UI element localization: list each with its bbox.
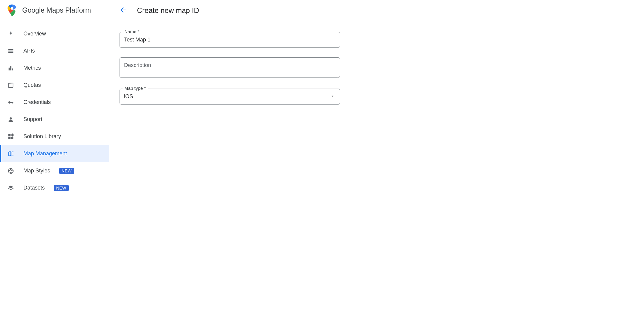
svg-rect-4 xyxy=(8,52,14,53)
sidebar-item-datasets[interactable]: Datasets NEW xyxy=(0,179,109,196)
sidebar-item-label: Datasets xyxy=(23,185,45,191)
sidebar-header: Google Maps Platform xyxy=(0,0,109,21)
sidebar-item-label: Map Management xyxy=(23,150,67,157)
svg-rect-5 xyxy=(9,68,10,70)
overview-icon xyxy=(7,30,14,38)
sidebar-item-label: Credentials xyxy=(23,99,51,105)
map-icon xyxy=(7,150,14,157)
metrics-icon xyxy=(7,65,14,72)
svg-rect-14 xyxy=(8,137,11,139)
svg-rect-2 xyxy=(8,49,14,50)
page-title: Create new map ID xyxy=(137,6,199,15)
product-title: Google Maps Platform xyxy=(22,6,91,14)
svg-rect-6 xyxy=(10,66,11,70)
description-input[interactable] xyxy=(120,57,340,78)
sidebar-item-metrics[interactable]: Metrics xyxy=(0,59,109,77)
sidebar-nav: Overview APIs Metrics Quotas xyxy=(0,21,109,196)
sidebar-item-quotas[interactable]: Quotas xyxy=(0,77,109,94)
map-type-select[interactable]: iOS xyxy=(120,89,340,105)
widgets-icon xyxy=(7,133,14,140)
new-badge: NEW xyxy=(59,168,74,174)
sidebar-item-label: Overview xyxy=(23,31,46,37)
map-type-label: Map type * xyxy=(123,86,148,91)
svg-rect-3 xyxy=(8,50,14,51)
sidebar-item-label: Solution Library xyxy=(23,133,61,140)
sidebar-item-overview[interactable]: Overview xyxy=(0,25,109,42)
sidebar-item-label: APIs xyxy=(23,48,35,54)
name-field-wrapper: Name * xyxy=(120,32,340,48)
svg-point-19 xyxy=(11,169,11,170)
name-label: Name * xyxy=(123,29,141,34)
svg-rect-15 xyxy=(11,137,13,139)
svg-rect-13 xyxy=(8,134,11,136)
svg-point-20 xyxy=(11,170,12,170)
svg-rect-11 xyxy=(13,102,13,104)
svg-point-18 xyxy=(9,170,10,170)
person-icon xyxy=(7,116,14,123)
sidebar-item-label: Metrics xyxy=(23,65,41,71)
svg-point-0 xyxy=(11,7,13,9)
apis-icon xyxy=(7,47,14,55)
map-type-field-wrapper: Map type * iOS xyxy=(120,89,340,105)
sidebar-item-map-styles[interactable]: Map Styles NEW xyxy=(0,162,109,179)
name-input[interactable] xyxy=(120,32,340,48)
main-header: Create new map ID xyxy=(109,0,644,21)
create-map-form: Name * Map type * iOS xyxy=(109,21,644,125)
back-button[interactable] xyxy=(118,5,129,16)
layers-icon xyxy=(7,184,14,192)
svg-rect-7 xyxy=(12,68,13,70)
svg-point-12 xyxy=(10,117,12,119)
sidebar: Google Maps Platform Overview APIs Metri… xyxy=(0,0,109,328)
svg-point-1 xyxy=(10,33,11,35)
key-icon xyxy=(7,99,14,106)
svg-point-9 xyxy=(8,101,11,103)
sidebar-item-label: Map Styles xyxy=(23,168,50,174)
quotas-icon xyxy=(7,82,14,89)
new-badge: NEW xyxy=(54,185,69,191)
arrow-back-icon xyxy=(119,6,127,15)
sidebar-item-credentials[interactable]: Credentials xyxy=(0,94,109,111)
main-content: Create new map ID Name * Map type * iOS xyxy=(109,0,644,328)
google-maps-logo-icon xyxy=(7,5,17,17)
sidebar-item-solution-library[interactable]: Solution Library xyxy=(0,128,109,145)
sidebar-item-label: Support xyxy=(23,116,42,123)
sidebar-item-label: Quotas xyxy=(23,82,41,88)
sidebar-item-support[interactable]: Support xyxy=(0,111,109,128)
sidebar-item-apis[interactable]: APIs xyxy=(0,42,109,59)
palette-icon xyxy=(7,167,14,175)
description-field-wrapper xyxy=(120,57,340,79)
sidebar-item-map-management[interactable]: Map Management xyxy=(0,145,109,162)
svg-rect-16 xyxy=(11,133,14,136)
